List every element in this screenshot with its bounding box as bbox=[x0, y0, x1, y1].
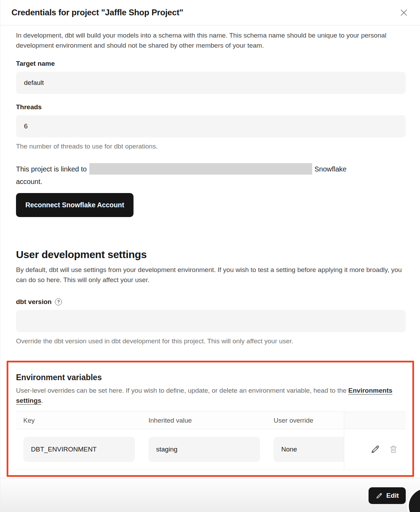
dbt-version-label: dbt version bbox=[16, 298, 51, 306]
environment-variables-section: Environment variables User-level overrid… bbox=[7, 361, 414, 477]
close-button[interactable] bbox=[398, 7, 410, 18]
env-var-key: DBT_ENVIRONMENT bbox=[23, 437, 135, 462]
linked-account-text: This project is linked toSnowflakeaccoun… bbox=[16, 163, 405, 188]
table-header-row: Key Inherited value User override bbox=[16, 412, 406, 429]
threads-input[interactable] bbox=[16, 115, 406, 137]
env-vars-table: Key Inherited value User override DBT_EN… bbox=[16, 411, 406, 470]
env-var-user-override: None bbox=[274, 437, 344, 462]
modal-title: Credentials for project "Jaffle Shop Pro… bbox=[11, 8, 183, 17]
threads-helper: The number of threads to use for dbt ope… bbox=[16, 142, 405, 151]
delete-variable-button[interactable] bbox=[389, 445, 398, 454]
user-dev-settings-heading: User development settings bbox=[16, 248, 405, 262]
dbt-version-helper: Override the dbt version used in dbt dev… bbox=[16, 337, 405, 345]
column-header-user-override: User override bbox=[266, 412, 344, 429]
close-icon bbox=[399, 8, 409, 17]
redacted-account-name bbox=[89, 163, 312, 175]
dbt-version-input[interactable] bbox=[16, 310, 406, 332]
env-vars-description: User-level overrides can be set here. If… bbox=[16, 385, 404, 406]
modal-body: In development, dbt will build your mode… bbox=[0, 30, 420, 477]
edit-variable-button[interactable] bbox=[370, 444, 380, 455]
target-name-input[interactable] bbox=[16, 72, 406, 94]
pencil-icon bbox=[370, 444, 380, 455]
user-dev-settings-description: By default, dbt will use settings from y… bbox=[16, 265, 405, 285]
reconnect-snowflake-button[interactable]: Reconnect Snowflake Account bbox=[16, 193, 134, 217]
edit-button[interactable]: Edit bbox=[369, 487, 406, 504]
trash-icon bbox=[389, 445, 398, 454]
env-var-inherited-value: staging bbox=[148, 437, 260, 462]
target-name-label: Target name bbox=[16, 60, 405, 67]
threads-label: Threads bbox=[16, 103, 405, 111]
column-header-key: Key bbox=[16, 412, 141, 429]
pencil-icon bbox=[375, 492, 383, 499]
modal-header: Credentials for project "Jaffle Shop Pro… bbox=[0, 0, 420, 25]
help-icon[interactable]: ? bbox=[55, 298, 62, 305]
column-header-actions bbox=[344, 412, 406, 429]
column-header-inherited-value: Inherited value bbox=[141, 412, 266, 429]
schema-description: In development, dbt will build your mode… bbox=[16, 30, 405, 50]
table-row: DBT_ENVIRONMENT staging None bbox=[16, 429, 406, 469]
modal-footer: Edit bbox=[0, 478, 420, 512]
env-vars-heading: Environment variables bbox=[16, 372, 406, 383]
